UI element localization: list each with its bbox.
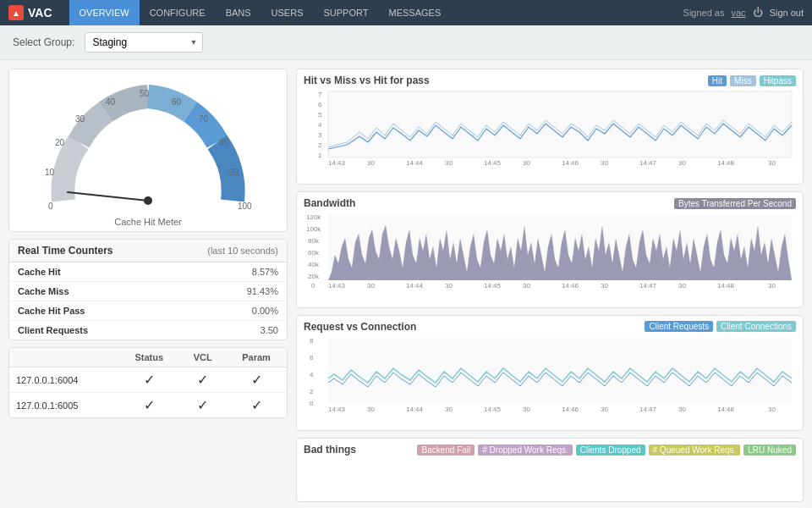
svg-text:14:48: 14:48 <box>717 282 735 289</box>
svg-text:40k: 40k <box>308 261 320 268</box>
req-vs-conn-svg: 8 6 4 2 0 14:43 30 14:44 30 14:45 <box>304 336 796 412</box>
sign-out-icon: ⏻ <box>753 7 763 19</box>
sign-out-button[interactable]: Sign out <box>770 8 804 18</box>
svg-text:14:46: 14:46 <box>562 406 579 412</box>
bandwidth-title: Bandwidth <box>304 197 355 209</box>
svg-text:14:48: 14:48 <box>717 406 735 412</box>
req-vs-conn-legend: Client Requests Client Connections <box>645 321 796 332</box>
svg-text:0: 0 <box>48 202 53 211</box>
nav-bans[interactable]: BANS <box>216 0 261 25</box>
svg-text:7: 7 <box>318 91 322 98</box>
svg-text:6: 6 <box>318 101 322 108</box>
legend-clients-dropped: Clients Dropped <box>576 444 645 456</box>
bad-things-header: Bad things Backend Fail # Dropped Work R… <box>304 444 796 456</box>
svg-text:60: 60 <box>172 97 182 107</box>
legend-lru-nuked: LRU Nuked <box>743 444 796 456</box>
svg-text:5: 5 <box>318 111 322 119</box>
bandwidth-header: Bandwidth Bytes Transferred Per Second <box>304 197 796 209</box>
counter-cache-miss-value: 91.43% <box>247 286 278 296</box>
svg-text:50: 50 <box>140 89 150 98</box>
legend-bytes: Bytes Transferred Per Second <box>674 198 796 209</box>
svg-text:30: 30 <box>678 282 686 289</box>
svg-text:100: 100 <box>238 202 252 211</box>
nav-messages[interactable]: MESSAGES <box>378 0 451 25</box>
counter-cache-hitpass-label: Cache Hit Pass <box>18 306 85 316</box>
bandwidth-svg: 120k 100k 80k 60k 40k 20k 0 14:43 30 14:… <box>304 213 796 289</box>
legend-queued-work: # Queued Work Reqs. <box>649 444 741 456</box>
svg-text:14:47: 14:47 <box>639 406 657 412</box>
req-vs-conn-header: Request vs Connection Client Requests Cl… <box>304 321 796 333</box>
svg-text:30: 30 <box>768 406 776 412</box>
svg-text:30: 30 <box>445 159 453 166</box>
logo-icon: ▲ <box>8 5 24 20</box>
svg-text:14:44: 14:44 <box>406 282 424 289</box>
hit-vs-miss-svg: 7 6 5 4 3 2 1 14:43 30 14:44 <box>304 90 796 166</box>
svg-text:14:44: 14:44 <box>406 159 424 166</box>
server-1-status: ✓ <box>118 367 179 393</box>
svg-text:30: 30 <box>601 282 608 289</box>
svg-text:1: 1 <box>318 152 322 159</box>
svg-text:30: 30 <box>75 114 85 124</box>
toolbar: Select Group: Staging Production Develop… <box>0 25 812 60</box>
svg-text:14:48: 14:48 <box>717 159 735 166</box>
hit-vs-miss-svg-wrapper: 7 6 5 4 3 2 1 14:43 30 14:44 <box>304 90 796 166</box>
server-2-host: 127.0.0.1:6005 <box>9 393 118 418</box>
nav-overview[interactable]: OVERVIEW <box>69 0 140 25</box>
svg-text:14:47: 14:47 <box>639 159 657 166</box>
counter-cache-hit-label: Cache Hit <box>18 267 61 277</box>
counter-cache-hitpass-value: 0.00% <box>252 306 278 316</box>
svg-text:30: 30 <box>601 406 608 412</box>
server-row-1: 127.0.0.1:6004 ✓ ✓ ✓ <box>9 367 287 393</box>
counter-row-cache-miss: Cache Miss 91.43% <box>9 282 287 301</box>
svg-text:14:46: 14:46 <box>562 282 579 289</box>
bandwidth-svg-wrapper: 120k 100k 80k 60k 40k 20k 0 14:43 30 14:… <box>304 213 796 289</box>
server-1-host: 127.0.0.1:6004 <box>9 367 118 393</box>
right-panel: Hit vs Miss vs Hit for pass Hit Miss Hit… <box>296 69 804 502</box>
main-content: 0 10 20 30 40 50 60 70 80 90 100 <box>0 60 812 508</box>
svg-text:30: 30 <box>445 282 453 289</box>
group-selector-wrapper: Staging Production Development <box>85 32 203 52</box>
svg-text:14:43: 14:43 <box>328 406 346 412</box>
svg-text:14:47: 14:47 <box>639 282 657 289</box>
svg-text:30: 30 <box>523 406 530 412</box>
hit-vs-miss-legend: Hit Miss Hitpass <box>708 75 796 86</box>
hit-vs-miss-header: Hit vs Miss vs Hit for pass Hit Miss Hit… <box>304 75 796 86</box>
svg-text:30: 30 <box>768 159 776 166</box>
counters-title: Real Time Counters <box>18 245 112 257</box>
main-nav: OVERVIEW CONFIGURE BANS USERS SUPPORT ME… <box>69 0 683 25</box>
nav-configure[interactable]: CONFIGURE <box>140 0 216 25</box>
legend-miss: Miss <box>730 75 756 86</box>
bad-things-legend: Backend Fail # Dropped Work Reqs. Client… <box>417 444 796 456</box>
svg-text:30: 30 <box>768 282 776 289</box>
svg-text:30: 30 <box>678 406 686 412</box>
svg-text:8: 8 <box>310 337 314 345</box>
svg-text:30: 30 <box>445 406 453 412</box>
svg-text:2: 2 <box>318 141 322 149</box>
signed-in-user[interactable]: vac <box>732 8 746 18</box>
gauge-container: 0 10 20 30 40 50 60 70 80 90 100 <box>8 69 288 232</box>
server-2-vcl: ✓ <box>179 393 226 418</box>
bandwidth-legend: Bytes Transferred Per Second <box>674 198 796 209</box>
svg-text:6: 6 <box>310 354 314 362</box>
svg-text:2: 2 <box>310 388 314 395</box>
app-logo: ▲ VAC <box>8 5 52 20</box>
svg-text:30: 30 <box>523 159 530 166</box>
req-vs-conn-svg-wrapper: 8 6 4 2 0 14:43 30 14:44 30 14:45 <box>304 336 796 412</box>
server-1-vcl: ✓ <box>179 367 226 393</box>
nav-users[interactable]: USERS <box>261 0 314 25</box>
svg-point-12 <box>144 196 152 205</box>
server-1-param: ✓ <box>226 367 287 393</box>
svg-text:14:45: 14:45 <box>484 282 502 289</box>
hit-vs-miss-title: Hit vs Miss vs Hit for pass <box>304 75 430 86</box>
left-panel: 0 10 20 30 40 50 60 70 80 90 100 <box>8 69 288 502</box>
svg-text:30: 30 <box>367 282 375 289</box>
svg-text:30: 30 <box>367 406 375 412</box>
svg-text:90: 90 <box>229 168 239 177</box>
nav-support[interactable]: SUPPORT <box>314 0 379 25</box>
group-select[interactable]: Staging Production Development <box>85 32 203 52</box>
counters-table: Real Time Counters (last 10 seconds) Cac… <box>8 239 288 340</box>
svg-text:14:44: 14:44 <box>406 406 424 412</box>
header: ▲ VAC OVERVIEW CONFIGURE BANS USERS SUPP… <box>0 0 812 25</box>
counters-header: Real Time Counters (last 10 seconds) <box>9 240 287 262</box>
svg-text:30: 30 <box>523 282 530 289</box>
